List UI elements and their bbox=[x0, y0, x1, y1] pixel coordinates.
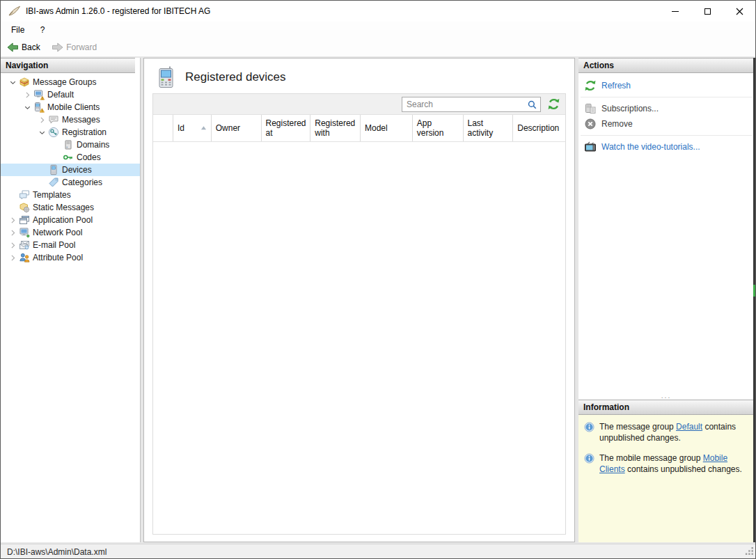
info-icon bbox=[584, 453, 594, 464]
title-bar: IBI-aws Admin 1.26.0 - registered for IB… bbox=[1, 1, 755, 22]
window-title: IBI-aws Admin 1.26.0 - registered for IB… bbox=[26, 1, 210, 22]
tree-item-codes[interactable]: Codes bbox=[1, 151, 140, 164]
tree-item-categories[interactable]: Categories bbox=[1, 176, 140, 189]
tree-item-messages[interactable]: Messages bbox=[1, 113, 140, 126]
column-header-registered-at[interactable]: Registered at bbox=[262, 115, 311, 141]
page-title: Registered devices bbox=[185, 70, 286, 84]
column-header-model[interactable]: Model bbox=[361, 115, 413, 141]
registered-devices-icon bbox=[158, 66, 174, 88]
information-body: The message group Default contains unpub… bbox=[578, 415, 754, 475]
menu-help[interactable]: ? bbox=[34, 22, 52, 38]
action-label: Remove bbox=[601, 119, 633, 129]
chevron-collapsed-icon[interactable] bbox=[6, 239, 19, 251]
notice-text: The mobile message group Mobile Clients … bbox=[599, 452, 748, 475]
column-header-id[interactable]: Id bbox=[173, 115, 212, 141]
app-logo-icon bbox=[8, 6, 21, 17]
tree-item-domains[interactable]: Domains bbox=[1, 139, 140, 151]
tree-item-label: Domains bbox=[77, 140, 109, 150]
action-watch-the-video-tutorials[interactable]: Watch the video-tutorials... bbox=[578, 139, 754, 155]
notice-text: The message group Default contains unpub… bbox=[599, 421, 748, 443]
table-header-row: IdOwnerRegistered atRegistered withModel… bbox=[153, 115, 565, 142]
tree-item-network-pool[interactable]: Network Pool bbox=[1, 226, 140, 239]
column-header-selector[interactable] bbox=[153, 115, 173, 141]
close-icon bbox=[736, 8, 743, 15]
navigation-panel-header: Navigation bbox=[1, 58, 135, 73]
notice-link-default[interactable]: Default bbox=[676, 422, 702, 432]
column-header-label: Id bbox=[178, 123, 184, 133]
messages-icon bbox=[48, 114, 59, 125]
tree-item-attribute-pool[interactable]: Attribute Pool bbox=[1, 251, 140, 264]
tree-item-mobile-clients[interactable]: Mobile Clients bbox=[1, 101, 140, 113]
tree-item-label: E-mail Pool bbox=[33, 240, 75, 250]
tree-item-default[interactable]: Default bbox=[1, 88, 140, 101]
forward-button[interactable]: Forward bbox=[47, 38, 101, 56]
search-input[interactable] bbox=[407, 97, 521, 111]
chevron-collapsed-icon[interactable] bbox=[36, 114, 48, 125]
sort-ascending-icon bbox=[200, 125, 208, 131]
column-header-last-activity[interactable]: Last activity bbox=[464, 115, 514, 141]
back-label: Back bbox=[22, 42, 40, 52]
tree-item-label: Messages bbox=[62, 115, 100, 125]
column-header-label: App version bbox=[417, 118, 460, 138]
action-remove[interactable]: Remove bbox=[578, 116, 754, 132]
tree-item-static-messages[interactable]: Static Messages bbox=[1, 201, 140, 214]
column-header-label: Description bbox=[517, 123, 559, 133]
actions-panel-header: Actions bbox=[578, 58, 754, 73]
tree-item-e-mail-pool[interactable]: E-mail Pool bbox=[1, 239, 140, 251]
main-header: Registered devices bbox=[158, 66, 286, 88]
chevron-expanded-icon[interactable] bbox=[6, 77, 19, 88]
tree-item-label: Message Groups bbox=[33, 77, 96, 87]
column-header-app-version[interactable]: App version bbox=[413, 115, 464, 141]
domains-icon bbox=[63, 139, 74, 150]
action-refresh[interactable]: Refresh bbox=[578, 78, 754, 93]
column-header-label: Owner bbox=[216, 123, 240, 133]
panel-splitter[interactable]: ... bbox=[578, 393, 754, 400]
application-pool-icon bbox=[19, 214, 30, 226]
resize-grip[interactable] bbox=[745, 546, 754, 558]
column-header-owner[interactable]: Owner bbox=[212, 115, 262, 141]
tree-item-application-pool[interactable]: Application Pool bbox=[1, 214, 140, 226]
chevron-spacer bbox=[6, 202, 19, 213]
tree-item-label: Codes bbox=[77, 152, 101, 162]
chevron-expanded-icon[interactable] bbox=[36, 127, 48, 138]
notice-link-mobile-clients[interactable]: Mobile Clients bbox=[599, 453, 727, 474]
subscriptions-icon bbox=[584, 102, 597, 115]
close-button[interactable] bbox=[723, 1, 755, 22]
actions-divider bbox=[581, 97, 752, 97]
tree-item-label: Application Pool bbox=[33, 215, 93, 225]
edge-green-marker bbox=[753, 285, 755, 297]
navigation-toolbar: Back Forward bbox=[1, 38, 755, 56]
chevron-collapsed-icon[interactable] bbox=[6, 252, 19, 263]
actions-divider bbox=[581, 135, 752, 136]
table-refresh-button[interactable] bbox=[547, 97, 560, 111]
column-header-registered-with[interactable]: Registered with bbox=[310, 115, 361, 141]
network-pool-icon bbox=[19, 227, 30, 238]
tree-item-templates[interactable]: Templates bbox=[1, 189, 140, 201]
tree-item-label: Default bbox=[47, 90, 74, 100]
navigation-panel: Navigation Message GroupsDefaultMobile C… bbox=[1, 58, 141, 542]
column-header-label: Registered with bbox=[315, 118, 357, 138]
chevron-expanded-icon[interactable] bbox=[21, 102, 33, 113]
default-group-icon bbox=[33, 89, 45, 100]
chevron-collapsed-icon[interactable] bbox=[6, 227, 19, 238]
mobile-clients-icon bbox=[33, 102, 45, 113]
tree-item-message-groups[interactable]: Message Groups bbox=[1, 76, 140, 88]
registration-icon bbox=[48, 127, 59, 138]
column-header-description[interactable]: Description bbox=[513, 115, 565, 141]
information-panel-header: Information bbox=[578, 400, 754, 415]
search-icon[interactable] bbox=[527, 100, 537, 110]
tree-item-devices[interactable]: Devices bbox=[1, 164, 140, 176]
back-arrow-icon bbox=[7, 42, 19, 52]
minimize-button[interactable] bbox=[659, 1, 691, 22]
tree-item-registration[interactable]: Registration bbox=[1, 126, 140, 139]
chevron-spacer bbox=[36, 177, 48, 188]
chevron-collapsed-icon[interactable] bbox=[21, 89, 33, 100]
maximize-button[interactable] bbox=[691, 1, 723, 22]
screen-edge-strip bbox=[753, 58, 755, 542]
back-button[interactable]: Back bbox=[3, 38, 45, 56]
tree-item-label: Devices bbox=[62, 165, 92, 175]
action-subscriptions[interactable]: Subscriptions... bbox=[578, 101, 754, 116]
chevron-collapsed-icon[interactable] bbox=[6, 214, 19, 226]
menu-file[interactable]: File bbox=[5, 22, 31, 38]
search-box bbox=[402, 97, 541, 112]
